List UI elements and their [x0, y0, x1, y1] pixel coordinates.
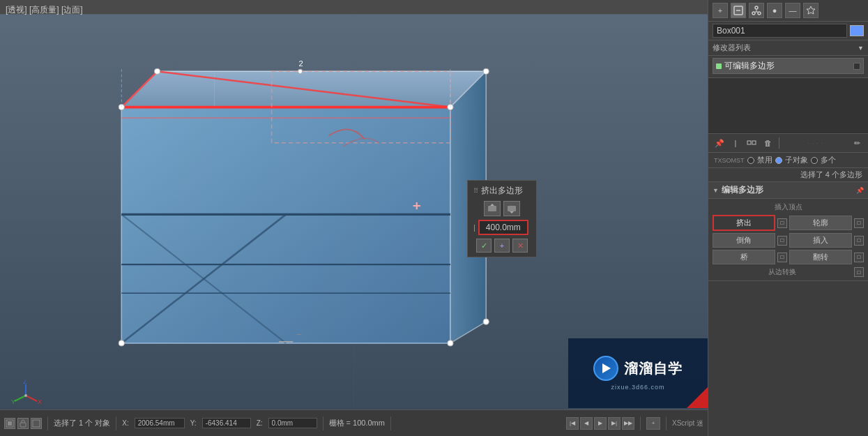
rp-bevel-settings-btn[interactable]: □ — [777, 236, 787, 246]
extrude-confirm-button[interactable]: ✓ — [476, 239, 492, 253]
playback-prev-btn[interactable]: ◀ — [580, 417, 593, 430]
extrude-value-input[interactable] — [478, 220, 528, 235]
rp-from-edge-settings-btn[interactable]: □ — [854, 267, 864, 277]
rp-section-collapse-icon: ▼ — [713, 187, 719, 194]
svg-point-20 — [119, 340, 124, 346]
rp-disable-label: 禁用 — [757, 155, 772, 165]
rp-object-color[interactable] — [850, 25, 864, 36]
watermark-logo: 溜溜自学 — [593, 356, 683, 381]
rp-motion-btn[interactable]: ● — [767, 3, 782, 18]
rp-insert-button[interactable]: 插入 — [789, 233, 852, 248]
svg-point-51 — [755, 6, 758, 9]
rp-object-name-input[interactable] — [713, 24, 847, 38]
status-select-icon — [4, 418, 15, 429]
rp-multi-label: 多个 — [821, 155, 836, 165]
rp-extrude-settings-btn[interactable]: □ — [777, 218, 787, 228]
rp-modifier-space — [708, 78, 868, 134]
rp-modifier-list: 可编辑多边形 — [708, 56, 868, 78]
rp-outline-row: 轮廓 □ — [789, 215, 864, 231]
rp-flip-button[interactable]: 翻转 — [789, 250, 852, 264]
rp-modify-btn[interactable] — [731, 3, 746, 18]
extrude-move-btn-1[interactable] — [484, 201, 501, 216]
rp-outline-button[interactable]: 轮廓 — [789, 216, 852, 230]
rp-edit-icon-btn[interactable]: ✏ — [850, 137, 864, 149]
svg-text:Z: Z — [23, 380, 27, 385]
rp-outline-settings-btn[interactable]: □ — [854, 218, 864, 228]
status-grid-text: 栅格 = 100.0mm — [329, 418, 385, 428]
rp-bevel-row: 倒角 □ — [713, 233, 787, 248]
svg-line-33 — [26, 396, 37, 401]
rp-from-edge-label: 从边转换 — [713, 267, 851, 277]
rp-bridge-row: 桥 □ — [713, 250, 787, 264]
svg-marker-41 — [490, 204, 494, 206]
rp-group-icon-btn[interactable] — [745, 137, 759, 149]
status-z-field[interactable] — [268, 418, 317, 428]
rp-modifier-toggle[interactable] — [853, 63, 860, 70]
rp-radio-child[interactable] — [775, 157, 782, 164]
status-x-field[interactable] — [135, 418, 185, 428]
rp-toolbar: + ● — — [708, 0, 868, 22]
playback-controls: |◀ ◀ ▶ ▶| ▶▶ — [566, 417, 634, 430]
playback-play-btn[interactable]: ▶ — [594, 417, 607, 430]
status-select-text: 选择了 1 个 对象 — [54, 418, 110, 428]
rp-icons-dots: · · · · — [784, 140, 848, 146]
rp-modifier-list-label[interactable]: 修改器列表 ▼ — [708, 40, 868, 56]
status-y-field[interactable] — [202, 418, 251, 428]
rp-section-pin-icon: 📌 — [856, 187, 864, 194]
rp-edit-polygon-title: 编辑多边形 — [722, 184, 856, 196]
rp-utility-btn[interactable] — [803, 3, 818, 18]
rp-edit-polygon-header[interactable]: ▼ 编辑多边形 📌 — [708, 182, 868, 199]
svg-rect-56 — [747, 141, 751, 144]
watermark-brand-text: 溜溜自学 — [624, 359, 683, 378]
rp-modifier-item-poly[interactable]: 可编辑多边形 — [713, 58, 864, 74]
playback-start-btn[interactable]: |◀ — [566, 417, 579, 430]
playback-end-btn[interactable]: ▶▶ — [622, 417, 634, 430]
watermark-corner-decoration — [687, 387, 708, 408]
rp-pin-icon-btn[interactable]: 📌 — [713, 137, 726, 149]
rp-modifier-dropdown-arrow: ▼ — [858, 45, 864, 52]
svg-point-39 — [24, 394, 27, 397]
extrude-move-buttons — [473, 201, 531, 216]
status-divider-3 — [323, 416, 323, 430]
svg-text:2: 2 — [299, 59, 303, 68]
status-x-label: X: — [122, 419, 128, 427]
main-container: [透视] [高质量] [边面] — [0, 0, 868, 436]
rp-bridge-button[interactable]: 桥 — [713, 250, 775, 264]
add-timeline-btn[interactable]: + — [646, 417, 660, 430]
rp-selected-count: 选择了 4 个多边形 — [708, 168, 868, 182]
rp-bevel-button[interactable]: 倒角 — [713, 233, 775, 248]
extrude-cancel-button[interactable]: ✕ — [512, 239, 528, 253]
rp-radio-multi[interactable] — [811, 157, 818, 164]
status-z-label: Z: — [257, 419, 263, 427]
status-y-label: Y: — [190, 419, 197, 427]
svg-text:X: X — [38, 398, 42, 405]
extrude-move-btn-2[interactable] — [503, 201, 520, 216]
extrude-confirm-row: ✓ + ✕ — [473, 239, 531, 253]
playback-next-btn[interactable]: ▶| — [608, 417, 620, 430]
rp-extrude-button[interactable]: 挤出 — [713, 215, 775, 231]
status-bar: 选择了 1 个 对象 X: Y: Z: 栅格 = 100.0mm |◀ ◀ ▶ … — [0, 409, 708, 436]
rp-display-btn[interactable]: — — [785, 3, 800, 18]
rp-create-btn[interactable]: + — [713, 3, 728, 18]
rp-bridge-settings-btn[interactable]: □ — [777, 253, 787, 262]
svg-point-21 — [448, 340, 453, 346]
extrude-field-icon: | — [473, 223, 475, 232]
rp-hierarchy-btn[interactable] — [749, 3, 764, 18]
watermark-play-icon — [593, 356, 618, 381]
svg-rect-48 — [33, 420, 40, 427]
viewport-label: [透视] [高质量] [边面] — [6, 4, 83, 16]
right-panel: + ● — 修改器列表 ▼ 可编辑多边形 — [708, 0, 868, 436]
status-select-icon-group — [4, 418, 42, 429]
svg-point-22 — [154, 68, 160, 74]
rp-insert-vertex-label: 插入顶点 — [775, 202, 802, 212]
rp-icons-row: 📌 | 🗑 · · · · ✏ — [708, 134, 868, 153]
rp-vertical-icon-btn[interactable]: | — [729, 137, 743, 149]
rp-insert-settings-btn[interactable]: □ — [854, 236, 864, 246]
rp-radio-disable[interactable] — [747, 157, 754, 164]
extrude-value-row: | — [473, 220, 531, 235]
rp-flip-settings-btn[interactable]: □ — [854, 253, 864, 262]
extrude-add-button[interactable]: + — [494, 239, 510, 253]
svg-point-53 — [758, 12, 761, 15]
viewport-area[interactable]: [透视] [高质量] [边面] — [0, 0, 708, 436]
rp-delete-icon-btn[interactable]: 🗑 — [761, 137, 775, 149]
